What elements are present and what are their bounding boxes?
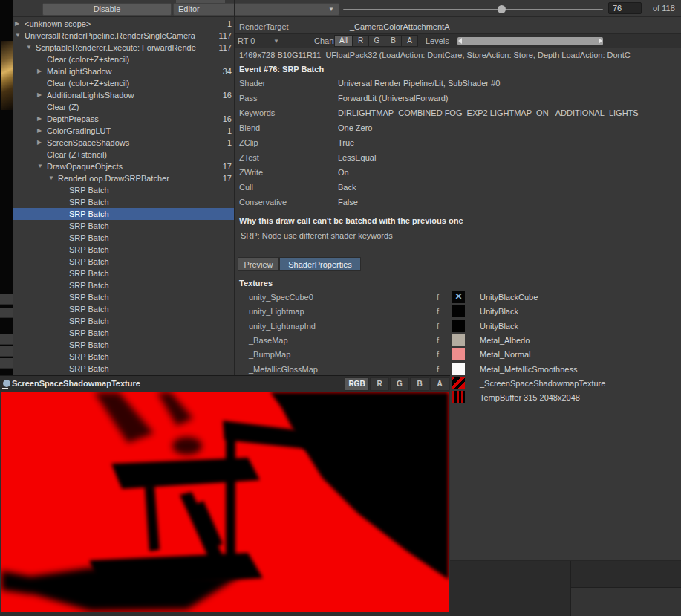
tree-expand-icon[interactable]: ▶ [37,65,46,77]
texture-row[interactable]: unity_SpecCube0 f ✕ UnityBlackCube [235,291,681,305]
tree-row[interactable]: SRP Batch [13,196,234,208]
tree-expand-icon[interactable]: ▼ [37,161,46,172]
tree-row[interactable]: ▼ ScriptableRenderer.Execute: ForwardRen… [13,42,234,54]
tree-expand-icon[interactable]: ▶ [37,137,46,149]
texture-row[interactable]: unity_Lightmap f UnityBlack [235,305,681,319]
tree-row-count: 17 [223,172,232,184]
tree-row-label: SRP Batch [69,256,215,268]
tree-row[interactable]: SRP Batch [13,232,234,244]
tree-row[interactable]: ▼ UniversalRenderPipeline.RenderSingleCa… [13,30,234,42]
tree-row[interactable]: Clear (color+Z+stencil) [13,77,234,89]
tree-expand-icon[interactable]: ▼ [26,42,35,54]
detail-label: ZWrite [239,168,263,177]
tree-row[interactable]: Clear (Z) [13,101,234,113]
batch-break-reason: SRP: Node use different shader keywords [241,231,393,240]
preview-channel-button[interactable]: A [430,377,449,391]
texture-thumbnail-icon[interactable] [452,305,465,317]
tree-row[interactable]: ▶ MainLightShadow 34 [13,65,234,77]
texture-type-flag: f [437,350,439,359]
tree-row[interactable]: ▶ ScreenSpaceShadows 1 [13,137,234,149]
tree-expand-icon[interactable]: ▶ [37,125,46,137]
background-dock-panel [571,587,681,616]
texture-asset-name: UnityBlack [480,307,518,316]
preview-channel-button[interactable]: G [390,377,409,391]
preview-channel-button[interactable]: B [410,377,429,391]
tree-expand-icon[interactable]: ▼ [48,172,57,184]
texture-thumbnail-icon[interactable] [452,377,465,389]
tree-row[interactable]: Clear (color+Z+stencil) [13,54,234,65]
tree-row[interactable]: SRP Batch [13,327,234,339]
tree-row-count: 34 [223,65,232,77]
tree-row[interactable]: SRP Batch [13,279,234,291]
texture-property-name: unity_Lightmap [249,307,304,316]
levels-range-slider[interactable] [457,37,603,45]
texture-thumbnail-icon[interactable] [452,391,465,403]
tree-row-label: Clear (Z+stencil) [47,149,215,161]
texture-thumbnail-icon[interactable] [452,320,465,332]
texture-property-name: _BumpMap [249,350,290,359]
texture-thumbnail-icon[interactable] [452,334,465,346]
detail-row: Keywords DIRLIGHTMAP_COMBINED FOG_EXP2 L… [235,108,681,123]
tree-row[interactable]: ▼ DrawOpaqueObjects 17 [13,161,234,172]
tree-row[interactable]: SRP Batch [13,363,234,375]
texture-row[interactable]: _BumpMap f Metal_Normal [235,348,681,362]
tree-expand-icon[interactable]: ▶ [15,18,24,30]
frame-debugger-toolbar: Disable Editor ▼ 76 of 118 [13,0,681,17]
tree-row[interactable]: SRP Batch [13,220,234,232]
tree-row[interactable]: SRP Batch [13,208,234,220]
channel-button[interactable]: R [353,36,368,46]
tree-row-label: SRP Batch [69,268,215,279]
tree-row-count: 117 [218,30,232,42]
preview-channel-button[interactable]: R [370,377,389,391]
tree-row[interactable]: SRP Batch [13,339,234,351]
tree-expand-icon[interactable]: ▼ [15,30,24,42]
texture-row[interactable]: _BaseMap f Metal_Albedo [235,334,681,348]
tree-row[interactable]: ▶ AdditionalLightsShadow 16 [13,89,234,101]
tab-shader-properties[interactable]: ShaderProperties [279,257,361,271]
texture-asset-name: TempBuffer 315 2048x2048 [480,393,580,402]
chevron-down-icon: ▼ [273,36,279,47]
disable-button[interactable]: Disable [42,3,172,16]
tree-row[interactable]: SRP Batch [13,256,234,268]
event-slider-handle[interactable] [498,5,506,13]
preview-channel-button[interactable]: RGB [345,377,369,391]
event-slider-track[interactable] [343,9,603,10]
texture-thumbnail-icon[interactable] [452,363,465,375]
texture-thumbnail-icon[interactable] [452,348,465,360]
tree-row[interactable]: SRP Batch [13,291,234,303]
channel-button[interactable]: A [402,36,417,46]
tree-row-label: ScriptableRenderer.Execute: ForwardRende [36,42,215,54]
tree-row[interactable]: ▶ DepthPrepass 16 [13,113,234,125]
rt-index-dropdown[interactable]: RT 0 ▼ [238,36,281,47]
texture-thumbnail-icon[interactable]: ✕ [452,291,465,303]
tree-row[interactable]: ▶ ColorGradingLUT 1 [13,125,234,137]
tree-row[interactable]: SRP Batch [13,303,234,315]
tree-row[interactable]: SRP Batch [13,268,234,279]
texture-icon-underline [2,388,8,389]
levels-max-handle[interactable] [599,38,602,44]
tree-row[interactable]: ▶ <unknown scope> 1 [13,18,234,30]
detail-value: On [338,168,680,177]
levels-min-handle[interactable] [458,38,462,44]
tree-expand-icon[interactable]: ▶ [37,89,46,101]
shadowmap-image [1,392,449,612]
detail-label: Blend [239,123,260,132]
tree-row-label: SRP Batch [69,291,215,303]
tree-row[interactable]: SRP Batch [13,315,234,327]
channel-button[interactable]: G [369,36,385,46]
textures-header: Textures [239,279,273,288]
tree-row[interactable]: Clear (Z+stencil) [13,149,234,161]
tree-expand-icon[interactable]: ▶ [37,113,46,125]
tree-row[interactable]: SRP Batch [13,184,234,196]
tree-row[interactable]: ▼ RenderLoop.DrawSRPBatcher 17 [13,172,234,184]
background-row [0,294,13,305]
render-target-info: 1469x728 B10G11R11_UFloatPack32 (LoadAct… [239,51,680,59]
texture-row[interactable]: unity_LightmapInd f UnityBlack [235,320,681,334]
tree-row[interactable]: SRP Batch [13,351,234,363]
tab-preview[interactable]: Preview [238,257,279,271]
event-number-field[interactable]: 76 [608,2,642,14]
tree-row[interactable]: SRP Batch [13,244,234,256]
target-selector-dropdown[interactable]: Editor ▼ [173,3,339,16]
channel-button[interactable]: All [335,36,352,46]
channel-button[interactable]: B [385,36,401,46]
